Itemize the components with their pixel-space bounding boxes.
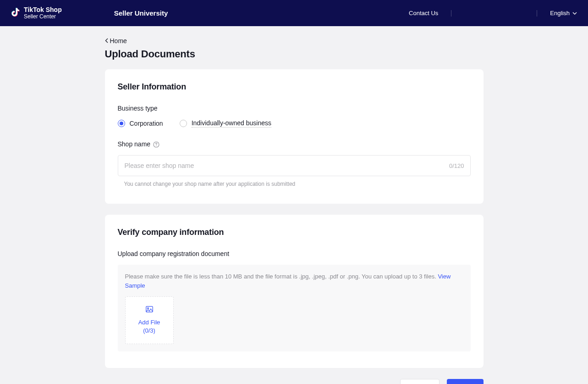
back-link-label: Home	[110, 37, 127, 45]
radio-corporation-label: Corporation	[130, 120, 163, 127]
header-separator	[451, 10, 451, 17]
upload-note-text: Please make sure the file is less than 1…	[125, 273, 438, 280]
add-file-text: Add File	[138, 319, 160, 326]
header-separator	[537, 10, 537, 17]
radio-icon	[118, 120, 125, 127]
logo-text-line2: Seller Center	[24, 14, 62, 20]
shop-name-input[interactable]	[118, 155, 471, 176]
radio-corporation[interactable]: Corporation	[118, 120, 163, 127]
discard-button[interactable]: Discard	[400, 379, 439, 384]
radio-icon	[180, 120, 187, 127]
add-file-label: Add File (0/3)	[138, 318, 160, 335]
chevron-down-icon	[572, 12, 577, 15]
upload-note: Please make sure the file is less than 1…	[125, 272, 463, 290]
business-type-label: Business type	[118, 105, 471, 112]
add-file-count: (0/3)	[143, 327, 155, 334]
language-label: English	[550, 10, 570, 17]
tiktok-logo-icon	[11, 8, 20, 18]
shop-name-label: Shop name	[118, 140, 471, 148]
svg-point-1	[156, 146, 156, 146]
seller-info-card: Seller Information Business type Corpora…	[105, 69, 484, 204]
language-select[interactable]: English	[550, 10, 577, 17]
logo-text-line1: TikTok Shop	[24, 6, 62, 13]
shop-name-label-text: Shop name	[118, 140, 151, 148]
radio-individual[interactable]: Individually-owned business	[180, 119, 271, 128]
seller-info-title: Seller Information	[118, 82, 471, 92]
shop-name-helper: You cannot change your shop name after y…	[124, 181, 471, 187]
verify-card: Verify company information Upload compan…	[105, 215, 484, 368]
add-file-button[interactable]: Add File (0/3)	[125, 296, 174, 344]
logo-text: TikTok Shop Seller Center	[24, 6, 62, 20]
business-type-radio-group: Corporation Individually-owned business	[118, 119, 471, 128]
app-header: TikTok Shop Seller Center Seller Univers…	[0, 0, 588, 26]
footer-bar: Information cannot be changed once submi…	[105, 379, 484, 384]
radio-individual-label: Individually-owned business	[192, 119, 271, 128]
submit-button[interactable]: Submit	[447, 379, 484, 384]
upload-area: Please make sure the file is less than 1…	[118, 265, 471, 351]
page-title: Upload Documents	[105, 48, 484, 60]
contact-us-link[interactable]: Contact Us	[409, 10, 438, 17]
upload-label: Upload company registration document	[118, 250, 471, 257]
chevron-left-icon	[105, 37, 108, 45]
back-link[interactable]: Home	[105, 37, 127, 45]
header-title: Seller University	[114, 9, 168, 17]
char-count: 0/120	[449, 162, 464, 169]
logo: TikTok Shop Seller Center	[11, 6, 62, 20]
svg-point-3	[147, 307, 148, 309]
verify-title: Verify company information	[118, 228, 471, 237]
image-icon	[146, 306, 153, 314]
help-icon[interactable]	[153, 140, 159, 148]
